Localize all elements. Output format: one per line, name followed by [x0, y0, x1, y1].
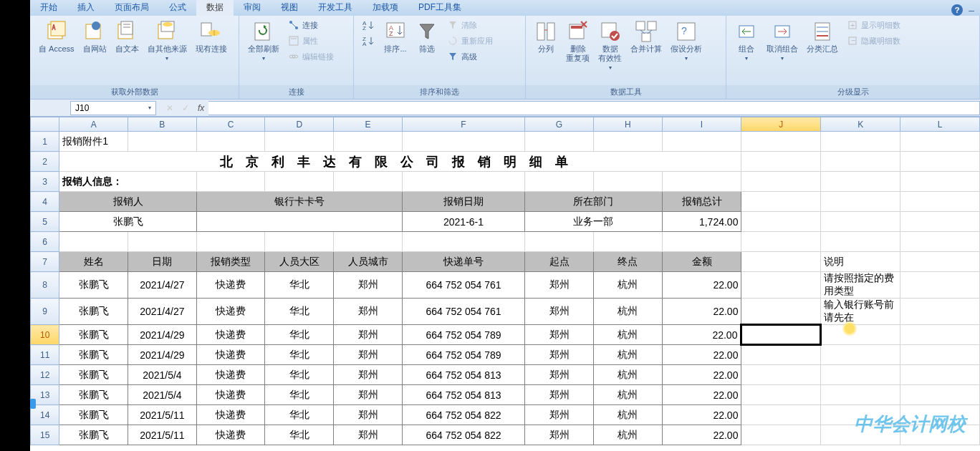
cell[interactable] — [821, 152, 900, 172]
tab-insert[interactable]: 插入 — [67, 0, 105, 16]
cell[interactable] — [196, 132, 265, 152]
cell[interactable]: 22.00 — [662, 385, 741, 405]
cell[interactable] — [900, 192, 980, 212]
select-all-corner[interactable] — [31, 117, 59, 132]
cell[interactable]: 郑州 — [525, 272, 594, 299]
cell[interactable]: 业务一部 — [525, 212, 662, 232]
cell[interactable]: 2021/4/27 — [128, 272, 197, 299]
cell[interactable]: 终点 — [593, 252, 662, 272]
row-header-9[interactable]: 9 — [31, 299, 59, 325]
cell[interactable] — [741, 152, 821, 172]
cell[interactable]: 664 752 054 761 — [402, 299, 524, 325]
cell[interactable] — [334, 232, 403, 252]
cell[interactable] — [593, 172, 662, 192]
cell-j14[interactable] — [741, 405, 821, 425]
cell[interactable]: 杭州 — [593, 425, 662, 445]
cell[interactable] — [900, 252, 980, 272]
cell[interactable]: 郑州 — [525, 345, 594, 365]
cell-j10[interactable] — [741, 325, 821, 345]
existing-conn-button[interactable]: 现有连接 — [193, 19, 230, 55]
tab-start[interactable]: 开始 — [30, 0, 67, 16]
row-header-4[interactable]: 4 — [31, 192, 59, 212]
cell[interactable] — [900, 272, 980, 299]
cell[interactable]: 郑州 — [525, 425, 594, 445]
row-header-10[interactable]: 10 — [31, 325, 59, 345]
cell[interactable]: 华北 — [265, 425, 334, 445]
cell[interactable]: 2021/5/4 — [128, 385, 197, 405]
tab-dev[interactable]: 开发工具 — [308, 0, 362, 16]
cell[interactable]: 郑州 — [334, 405, 403, 425]
col-header-J[interactable]: J — [741, 117, 821, 132]
col-header-F[interactable]: F — [402, 117, 524, 132]
tab-review[interactable]: 审阅 — [234, 0, 271, 16]
cell[interactable]: 张鹏飞 — [59, 385, 128, 405]
cell[interactable]: 快递单号 — [402, 252, 524, 272]
cell[interactable] — [741, 192, 821, 212]
cell[interactable]: 华北 — [265, 299, 334, 325]
cell[interactable]: 快递费 — [196, 325, 265, 345]
cell[interactable] — [900, 385, 980, 405]
cell-a1[interactable]: 报销附件1 — [59, 132, 128, 152]
cell[interactable]: 日期 — [128, 252, 197, 272]
tab-pdf[interactable]: PDF工具集 — [408, 0, 471, 16]
cell[interactable]: 杭州 — [593, 405, 662, 425]
cell[interactable] — [128, 232, 197, 252]
cell[interactable]: 郑州 — [334, 325, 403, 345]
tab-layout[interactable]: 页面布局 — [105, 0, 159, 16]
cell[interactable]: 报销日期 — [402, 192, 524, 212]
cell[interactable] — [662, 232, 741, 252]
sort-asc-button[interactable]: AZ — [360, 19, 378, 31]
cell[interactable]: 华北 — [265, 365, 334, 385]
cell[interactable] — [662, 132, 741, 152]
cell[interactable] — [593, 132, 662, 152]
cell[interactable] — [900, 232, 980, 252]
row-header-8[interactable]: 8 — [31, 272, 59, 299]
cell[interactable] — [265, 232, 334, 252]
cell[interactable] — [196, 232, 265, 252]
col-header-K[interactable]: K — [821, 117, 900, 132]
cell[interactable] — [741, 252, 821, 272]
tab-formula[interactable]: 公式 — [159, 0, 196, 16]
formula-input[interactable] — [208, 101, 980, 115]
confirm-fx-icon[interactable]: ✓ — [178, 103, 193, 113]
cell[interactable]: 2021-6-1 — [402, 212, 524, 232]
cell[interactable] — [900, 365, 980, 385]
hide-detail-button[interactable]: −隐藏明细数 — [844, 34, 903, 47]
from-web-button[interactable]: 自网站 — [80, 19, 110, 55]
cell[interactable]: 1,724.00 — [662, 212, 741, 232]
cell[interactable]: 华北 — [265, 405, 334, 425]
cell[interactable]: 郑州 — [525, 325, 594, 345]
cell[interactable]: 报销类型 — [196, 252, 265, 272]
cell[interactable]: 664 752 054 813 — [402, 365, 524, 385]
note[interactable] — [821, 325, 900, 345]
cell[interactable]: 杭州 — [593, 365, 662, 385]
cell[interactable]: 杭州 — [593, 325, 662, 345]
cell[interactable] — [900, 299, 980, 325]
cell[interactable]: 22.00 — [662, 425, 741, 445]
clear-filter-button[interactable]: 清除 — [444, 19, 496, 31]
cell[interactable]: 2021/5/11 — [128, 405, 197, 425]
from-other-button[interactable]: 自其他来源▾ — [145, 19, 190, 63]
cell[interactable]: 2021/4/27 — [128, 299, 197, 325]
cell-j12[interactable] — [741, 365, 821, 385]
col-header-A[interactable]: A — [59, 117, 128, 132]
row-header-3[interactable]: 3 — [31, 172, 59, 192]
col-header-E[interactable]: E — [334, 117, 403, 132]
from-access-button[interactable]: 自 Access — [36, 19, 77, 55]
remove-dup-button[interactable]: 删除 重复项 — [563, 19, 592, 64]
tab-addins[interactable]: 加载项 — [362, 0, 408, 16]
cell[interactable]: 张鹏飞 — [59, 299, 128, 325]
cell[interactable]: 22.00 — [662, 365, 741, 385]
row-header-6[interactable]: 6 — [31, 232, 59, 252]
cell[interactable]: 杭州 — [593, 272, 662, 299]
cell[interactable]: 所在部门 — [525, 192, 662, 212]
cell[interactable]: 报销人 — [59, 192, 196, 212]
reapply-button[interactable]: 重新应用 — [444, 34, 496, 47]
cell[interactable]: 22.00 — [662, 299, 741, 325]
refresh-all-button[interactable]: 全部刷新▾ — [245, 19, 282, 63]
row-header-15[interactable]: 15 — [31, 425, 59, 445]
note[interactable] — [821, 385, 900, 405]
cell[interactable]: 郑州 — [334, 272, 403, 299]
sort-desc-button[interactable]: ZA — [360, 34, 378, 47]
text-to-cols-button[interactable]: 分列 — [532, 19, 560, 55]
